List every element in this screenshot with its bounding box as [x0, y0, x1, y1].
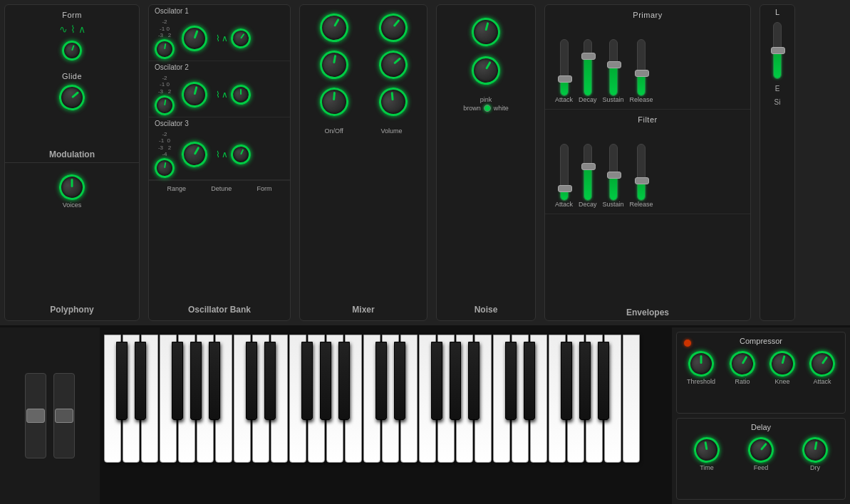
primary-decay-track[interactable]	[584, 39, 592, 96]
si-label: Si	[760, 95, 794, 109]
primary-decay-label: Decay	[579, 96, 597, 103]
voices-knob[interactable]	[56, 171, 88, 204]
comp-attack-knob[interactable]	[807, 348, 838, 379]
primary-title: Primary	[549, 8, 746, 21]
threshold-knob[interactable]	[685, 347, 717, 380]
primary-attack-track[interactable]	[560, 39, 569, 96]
black-key[interactable]	[561, 342, 572, 420]
mixer-osc3-volume-container	[368, 88, 418, 116]
white-key[interactable]	[623, 335, 640, 463]
black-key[interactable]	[116, 342, 128, 420]
form-knob[interactable]	[62, 41, 82, 61]
compressor-header: Compressor	[680, 335, 842, 348]
osc1-detune-knob[interactable]	[182, 26, 207, 51]
osc3-range-knob[interactable]	[153, 157, 176, 179]
lfo-fader1-thumb[interactable]	[771, 47, 785, 54]
primary-release-thumb[interactable]	[635, 70, 649, 77]
osc2-range-knob[interactable]	[153, 93, 176, 116]
black-key[interactable]	[505, 342, 517, 420]
lfo-faders	[760, 19, 794, 82]
filter-decay-track[interactable]	[584, 144, 592, 201]
black-key[interactable]	[468, 342, 480, 420]
osc1-range-knob[interactable]	[153, 38, 176, 61]
delay-time-knob-container: Time	[694, 437, 720, 471]
pitch-wheel-thumb[interactable]	[26, 409, 45, 423]
brown-label: brown	[463, 105, 481, 112]
black-key[interactable]	[172, 342, 183, 420]
filter-attack-track[interactable]	[560, 144, 569, 201]
osc2-form-knob[interactable]	[228, 82, 254, 107]
black-key[interactable]	[190, 342, 202, 420]
mod-wheel[interactable]	[53, 373, 75, 458]
glide-knob-container	[59, 85, 85, 110]
noise-knob2[interactable]	[470, 54, 502, 87]
primary-sustain-track[interactable]	[609, 39, 618, 96]
filter-decay-thumb[interactable]	[581, 163, 596, 170]
primary-sustain-fader: Sustain	[603, 39, 624, 103]
osc3-detune-knob[interactable]	[180, 140, 209, 169]
primary-sustain-thumb[interactable]	[607, 61, 621, 68]
black-key[interactable]	[598, 342, 609, 420]
osc1-wave1-icon: ⌇	[216, 33, 220, 43]
knee-knob[interactable]	[768, 350, 796, 377]
mixer-grid	[300, 5, 427, 125]
comp-attack-label: Attack	[813, 378, 831, 385]
black-key[interactable]	[431, 342, 442, 420]
black-key[interactable]	[301, 342, 313, 420]
black-key[interactable]	[264, 342, 276, 420]
noise-selector: pink brown white	[437, 5, 535, 117]
lfo-fader1-track[interactable]	[773, 22, 782, 79]
black-key[interactable]	[246, 342, 257, 420]
mixer-osc2-onoff-knob[interactable]	[317, 48, 350, 81]
osc1-form-knob[interactable]	[229, 26, 253, 51]
threshold-knob-container: Threshold	[687, 351, 715, 385]
black-key[interactable]	[394, 342, 405, 420]
osc2-detune-knob[interactable]	[180, 81, 208, 109]
glide-knob[interactable]	[54, 80, 89, 115]
black-key[interactable]	[524, 342, 535, 420]
noise-knob1-container	[472, 18, 500, 46]
black-key[interactable]	[450, 342, 461, 420]
compressor-power-led[interactable]	[684, 340, 691, 347]
mixer-osc2-volume-knob[interactable]	[373, 46, 413, 85]
e-label: E	[760, 82, 794, 95]
noise-knob1[interactable]	[470, 16, 501, 47]
primary-decay-thumb[interactable]	[581, 53, 596, 60]
lfo-fader1-fill	[774, 51, 781, 78]
filter-decay-fill	[584, 167, 591, 200]
filter-release-thumb[interactable]	[635, 177, 649, 184]
delay-dry-knob[interactable]	[800, 435, 830, 465]
black-key[interactable]	[338, 342, 350, 420]
mixer-osc1-volume-knob[interactable]	[375, 9, 411, 46]
black-key[interactable]	[209, 342, 220, 420]
black-key[interactable]	[135, 342, 146, 420]
osc3-form-knob[interactable]	[230, 144, 252, 165]
ratio-knob[interactable]	[727, 349, 757, 379]
filter-release-track[interactable]	[637, 144, 646, 201]
filter-sustain-thumb[interactable]	[607, 172, 621, 179]
black-key[interactable]	[375, 342, 387, 420]
filter-sustain-track[interactable]	[609, 144, 618, 201]
black-key[interactable]	[320, 342, 331, 420]
osc-form-label: Form	[256, 185, 271, 192]
primary-attack-thumb[interactable]	[558, 75, 572, 83]
mixer-osc3-onoff-knob[interactable]	[316, 85, 351, 120]
mod-wheel-thumb[interactable]	[55, 409, 73, 423]
knee-label: Knee	[774, 378, 789, 385]
mixer-osc3-onoff-container	[309, 88, 359, 116]
noise-dot-row: brown white	[463, 105, 509, 112]
delay-time-knob[interactable]	[689, 432, 724, 467]
filter-sustain-fill	[610, 175, 617, 200]
filter-attack-thumb[interactable]	[558, 185, 572, 192]
pitch-wheel[interactable]	[25, 373, 46, 458]
mixer-osc1-onoff-knob[interactable]	[317, 11, 350, 44]
filter-sustain-fader: Sustain	[603, 144, 624, 208]
mixer-osc3-volume-knob[interactable]	[374, 83, 412, 120]
black-key[interactable]	[579, 342, 591, 420]
osc2-row: -2-1 0-3 2 ⌇ ∧	[149, 73, 290, 117]
filter-release-label: Release	[630, 201, 653, 208]
delay-feed-knob[interactable]	[745, 434, 777, 466]
noise-dot-active[interactable]	[484, 105, 491, 112]
primary-release-track[interactable]	[637, 39, 646, 96]
white-label: white	[494, 105, 509, 112]
